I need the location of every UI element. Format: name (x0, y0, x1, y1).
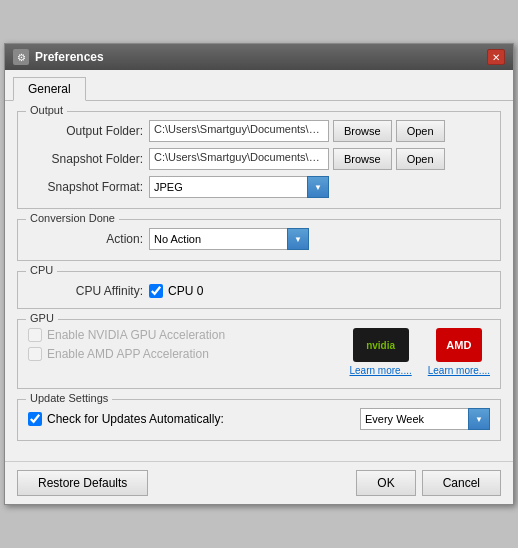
nvidia-checkbox[interactable] (28, 328, 42, 342)
nvidia-text: nvidia (366, 340, 395, 351)
update-row: Check for Updates Automatically: Every D… (28, 408, 490, 430)
cancel-button[interactable]: Cancel (422, 470, 501, 496)
close-button[interactable]: ✕ (487, 49, 505, 65)
cpu-section: CPU CPU Affinity: CPU 0 (17, 271, 501, 309)
update-frequency-wrapper: Every Day Every Week Every Month Never (360, 408, 490, 430)
output-folder-browse-button[interactable]: Browse (333, 120, 392, 142)
action-wrapper: No Action Open Output Folder Shutdown Hi… (149, 228, 309, 250)
output-folder-open-button[interactable]: Open (396, 120, 445, 142)
cpu-affinity-label: CPU Affinity: (28, 284, 143, 298)
update-check-label: Check for Updates Automatically: (47, 412, 224, 426)
snapshot-folder-row: Snapshot Folder: C:\Users\Smartguy\Docum… (28, 148, 490, 170)
window-icon: ⚙ (13, 49, 29, 65)
snapshot-folder-browse-button[interactable]: Browse (333, 148, 392, 170)
output-section-label: Output (26, 104, 67, 116)
footer: Restore Defaults OK Cancel (5, 461, 513, 504)
amd-learn-more[interactable]: Learn more.... (428, 365, 490, 376)
tab-bar: General (5, 70, 513, 101)
preferences-window: ⚙ Preferences ✕ General Output Output Fo… (4, 43, 514, 505)
nvidia-checkbox-label: Enable NVIDIA GPU Acceleration (28, 328, 225, 342)
cpu-affinity-value: CPU 0 (168, 284, 203, 298)
amd-checkbox[interactable] (28, 347, 42, 361)
nvidia-logo-item: nvidia Learn more.... (349, 328, 411, 376)
cpu-affinity-row: CPU Affinity: CPU 0 (28, 284, 490, 298)
snapshot-folder-input[interactable]: C:\Users\Smartguy\Documents\Aiseeso (149, 148, 329, 170)
cpu-affinity-checkbox-label: CPU 0 (149, 284, 203, 298)
amd-text: AMD (446, 339, 471, 351)
conversion-done-section: Conversion Done Action: No Action Open O… (17, 219, 501, 261)
amd-label: Enable AMD APP Acceleration (47, 347, 209, 361)
gpu-logos: nvidia Learn more.... AMD Learn more.... (349, 328, 490, 376)
cpu-section-label: CPU (26, 264, 57, 276)
snapshot-format-label: Snapshot Format: (28, 180, 143, 194)
footer-right: OK Cancel (356, 470, 501, 496)
amd-logo: AMD (436, 328, 482, 362)
update-checkbox-label: Check for Updates Automatically: (28, 412, 224, 426)
tab-general[interactable]: General (13, 77, 86, 101)
content-area: Output Output Folder: C:\Users\Smartguy\… (5, 101, 513, 461)
title-bar: ⚙ Preferences ✕ (5, 44, 513, 70)
nvidia-logo: nvidia (353, 328, 409, 362)
update-checkbox[interactable] (28, 412, 42, 426)
amd-checkbox-label: Enable AMD APP Acceleration (28, 347, 209, 361)
snapshot-folder-label: Snapshot Folder: (28, 152, 143, 166)
snapshot-folder-open-button[interactable]: Open (396, 148, 445, 170)
action-row: Action: No Action Open Output Folder Shu… (28, 228, 490, 250)
amd-logo-item: AMD Learn more.... (428, 328, 490, 376)
output-section: Output Output Folder: C:\Users\Smartguy\… (17, 111, 501, 209)
update-frequency-select[interactable]: Every Day Every Week Every Month Never (360, 408, 490, 430)
conversion-done-label: Conversion Done (26, 212, 119, 224)
cpu-affinity-checkbox[interactable] (149, 284, 163, 298)
ok-button[interactable]: OK (356, 470, 415, 496)
snapshot-format-select[interactable]: JPEG PNG BMP GIF (149, 176, 329, 198)
window-title: Preferences (35, 50, 104, 64)
action-select[interactable]: No Action Open Output Folder Shutdown Hi… (149, 228, 309, 250)
restore-defaults-button[interactable]: Restore Defaults (17, 470, 148, 496)
snapshot-format-row: Snapshot Format: JPEG PNG BMP GIF (28, 176, 490, 198)
nvidia-label: Enable NVIDIA GPU Acceleration (47, 328, 225, 342)
update-section: Update Settings Check for Updates Automa… (17, 399, 501, 441)
output-folder-row: Output Folder: C:\Users\Smartguy\Documen… (28, 120, 490, 142)
action-label: Action: (28, 232, 143, 246)
gpu-section: GPU nvidia Learn more.... AMD Learn more… (17, 319, 501, 389)
nvidia-learn-more[interactable]: Learn more.... (349, 365, 411, 376)
output-folder-input[interactable]: C:\Users\Smartguy\Documents\Aiseeso (149, 120, 329, 142)
output-folder-label: Output Folder: (28, 124, 143, 138)
snapshot-format-wrapper: JPEG PNG BMP GIF (149, 176, 329, 198)
update-section-label: Update Settings (26, 392, 112, 404)
title-bar-left: ⚙ Preferences (13, 49, 104, 65)
gpu-section-label: GPU (26, 312, 58, 324)
